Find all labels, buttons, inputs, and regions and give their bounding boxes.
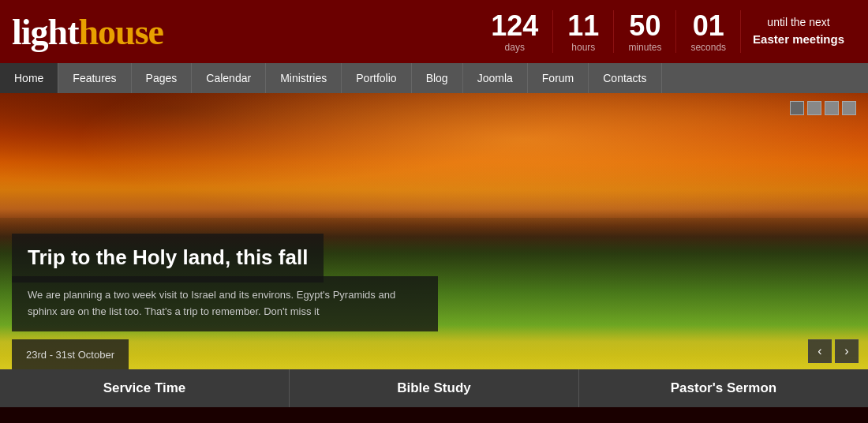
bible-plain: Bible: [397, 380, 433, 395]
nav-joomla[interactable]: Joomla: [463, 63, 528, 93]
nav-portfolio[interactable]: Portfolio: [342, 63, 411, 93]
pastor-plain: Pastor's: [671, 380, 727, 395]
slide-title: Trip to the Holy land, this fall: [28, 245, 308, 269]
pastor-sermon-label: Pastor's Sermon: [671, 380, 776, 396]
slider-navigation: ‹ ›: [808, 339, 859, 363]
countdown-minutes: 50 minutes: [614, 10, 676, 53]
slide-date-box: 23rd - 31st October: [12, 339, 129, 369]
nav-blog[interactable]: Blog: [412, 63, 463, 93]
logo[interactable]: lighthouse: [12, 11, 163, 53]
slide-title-box: Trip to the Holy land, this fall: [12, 234, 324, 283]
navigation: Home Features Pages Calendar Ministries …: [0, 63, 868, 93]
countdown-event: until the next Easter meetings: [741, 14, 856, 49]
slide-description: We are planning a two week visit to Isra…: [28, 289, 395, 317]
nav-home[interactable]: Home: [0, 63, 58, 93]
minutes-label: minutes: [628, 42, 661, 53]
logo-house: house: [78, 11, 163, 53]
bible-bold: Study: [434, 380, 471, 395]
slider-dot-3[interactable]: [825, 101, 839, 115]
logo-light: light: [12, 11, 78, 53]
service-bold: Time: [155, 380, 185, 395]
until-text: until the next: [753, 14, 844, 31]
countdown: 124 days 11 hours 50 minutes 01 seconds …: [477, 10, 856, 53]
hours-label: hours: [571, 42, 595, 53]
hours-number: 11: [567, 10, 599, 42]
countdown-seconds: 01 seconds: [676, 10, 741, 53]
minutes-number: 50: [629, 10, 660, 42]
days-number: 124: [491, 10, 538, 42]
slider-next-button[interactable]: ›: [835, 339, 859, 363]
nav-features[interactable]: Features: [58, 63, 131, 93]
bible-study-section[interactable]: Bible Study: [290, 369, 579, 407]
nav-ministries[interactable]: Ministries: [266, 63, 342, 93]
slide-date: 23rd - 31st October: [26, 349, 114, 361]
nav-forum[interactable]: Forum: [528, 63, 589, 93]
service-plain: Service: [103, 380, 155, 395]
nav-pages[interactable]: Pages: [132, 63, 193, 93]
nav-calendar[interactable]: Calendar: [192, 63, 266, 93]
seconds-label: seconds: [690, 42, 726, 53]
countdown-hours: 11 hours: [553, 10, 614, 53]
image-slider: Trip to the Holy land, this fall We are …: [0, 93, 868, 369]
pastor-sermon-section[interactable]: Pastor's Sermon: [579, 369, 868, 407]
slide-description-box: We are planning a two week visit to Isra…: [12, 276, 438, 331]
slider-dot-1[interactable]: [790, 101, 804, 115]
header: lighthouse 124 days 11 hours 50 minutes …: [0, 0, 868, 63]
slider-dots: [790, 101, 856, 115]
nav-contacts[interactable]: Contacts: [589, 63, 661, 93]
bible-study-label: Bible Study: [397, 380, 471, 396]
event-text: Easter meetings: [753, 31, 844, 49]
pastor-bold: Sermon: [727, 380, 776, 395]
bottom-bar: Service Time Bible Study Pastor's Sermon: [0, 369, 868, 407]
slider-prev-button[interactable]: ‹: [808, 339, 832, 363]
slider-dot-4[interactable]: [842, 101, 856, 115]
seconds-number: 01: [693, 10, 724, 42]
days-label: days: [505, 42, 525, 53]
service-time-section[interactable]: Service Time: [0, 369, 290, 407]
countdown-days: 124 days: [477, 10, 553, 53]
slider-dot-2[interactable]: [807, 101, 821, 115]
service-time-label: Service Time: [103, 380, 186, 396]
